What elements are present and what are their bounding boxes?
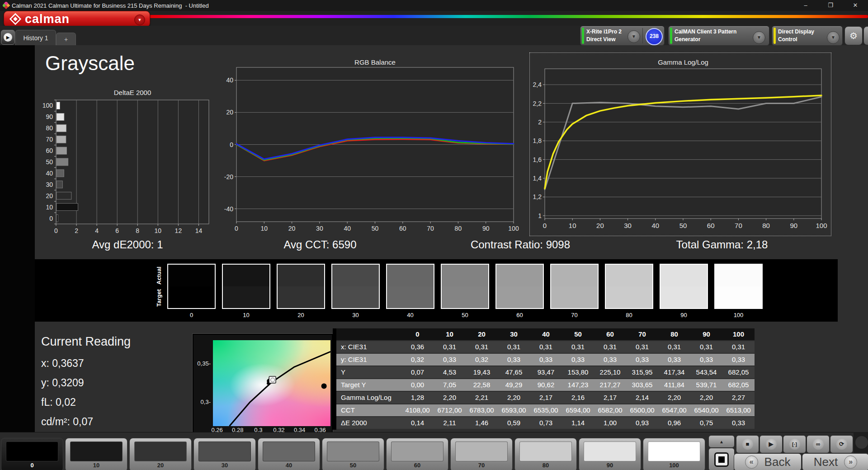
svg-text:90: 90 xyxy=(482,225,490,232)
table-cell: 0,31 xyxy=(498,341,530,353)
next-icon: » xyxy=(844,456,857,469)
svg-text:2,4: 2,4 xyxy=(533,81,542,88)
history-forward-button[interactable]: ▶ xyxy=(1,30,15,45)
display-control-dropdown-icon[interactable]: ▼ xyxy=(827,31,840,44)
add-tab-button[interactable]: + xyxy=(56,33,76,46)
table-cell: 543,54 xyxy=(690,366,722,378)
display-status-bar xyxy=(774,28,776,44)
rgb-balance-chart[interactable]: 40200-20-400102030405060708090100 xyxy=(208,66,524,237)
pattern-generator-name: CalMAN Client 3 Pattern Generator xyxy=(675,28,758,43)
tab-history-1[interactable]: History 1 xyxy=(15,30,56,46)
deltae-chart-title: DeltaE 2000 xyxy=(56,89,209,96)
svg-text:1,6: 1,6 xyxy=(533,156,542,163)
pattern-chip xyxy=(6,442,58,461)
pattern-generator-selector[interactable]: CalMAN Client 3 Pattern Generator ▼ xyxy=(668,26,769,46)
pattern-button-70[interactable]: 70 xyxy=(450,438,513,470)
svg-text:70: 70 xyxy=(427,225,434,232)
table-header-cell: 60 xyxy=(594,328,626,340)
table-row-label: x: CIE31 xyxy=(336,341,401,353)
pattern-button-30[interactable]: 30 xyxy=(193,438,256,470)
table-cell: 2,21 xyxy=(466,392,498,404)
grayscale-data-table: 0102030405060708090100x: CIE310,360,310,… xyxy=(333,328,758,430)
display-control-selector[interactable]: Direct Display Control ▼ xyxy=(772,26,843,46)
pattern-button-20[interactable]: 20 xyxy=(129,438,192,470)
table-cell: 682,05 xyxy=(722,366,755,378)
meter-line1: X-Rite i1Pro 2 xyxy=(586,28,622,36)
meter-line2: Direct View xyxy=(586,36,622,43)
back-button[interactable]: « Back xyxy=(734,453,802,470)
app-icon xyxy=(3,2,10,9)
table-cell: 0,31 xyxy=(626,341,658,353)
svg-text:30: 30 xyxy=(316,225,323,232)
restore-icon[interactable]: ❐ xyxy=(818,0,843,11)
table-cell: 315,95 xyxy=(626,366,658,378)
svg-text:2: 2 xyxy=(538,119,542,126)
svg-text:60: 60 xyxy=(707,222,715,229)
pattern-button-60[interactable]: 60 xyxy=(386,438,448,470)
svg-text:0: 0 xyxy=(49,215,53,222)
pattern-button-label: 80 xyxy=(515,462,576,469)
close-icon[interactable]: ✕ xyxy=(843,0,868,11)
gamma-chart: 11,21,41,61,822,22,401020304050607080901… xyxy=(529,52,830,235)
stop-button[interactable]: ■ xyxy=(736,435,759,453)
pattern-button-label: 0 xyxy=(1,462,63,469)
pattern-button-0[interactable]: 0 xyxy=(1,438,63,470)
svg-text:-40: -40 xyxy=(224,205,233,213)
minimize-button[interactable]: – xyxy=(793,0,818,11)
collapse-pattern-button[interactable]: ▲ xyxy=(708,435,735,448)
table-header-cell: 20 xyxy=(466,328,498,340)
settings-button[interactable]: ⚙ xyxy=(844,26,863,45)
window-title: Calman 2021 Calman Ultimate for Business… xyxy=(12,2,209,9)
cie-ytick: 0,35- xyxy=(194,360,211,367)
window-level-button[interactable] xyxy=(708,448,735,470)
collapse-panel-button[interactable]: ◀ xyxy=(863,26,868,45)
play-button[interactable]: ▶ xyxy=(760,435,783,453)
table-cell: 19,43 xyxy=(466,366,498,378)
calman-menu-button[interactable]: calman ▼ xyxy=(4,11,150,27)
pattern-button-50[interactable]: 50 xyxy=(322,438,384,470)
svg-text:90: 90 xyxy=(790,222,797,229)
table-cell: 0,14 xyxy=(401,417,434,429)
pattern-chip xyxy=(455,442,508,461)
cie-chart-panel[interactable]: 0,35-0,3-0,260,280,30,320,340,36 xyxy=(193,334,333,437)
pattern-button-label: 90 xyxy=(579,462,641,469)
stat-avg-de2000: Avg dE2000: 1 xyxy=(46,238,209,251)
svg-text:90: 90 xyxy=(46,113,53,120)
table-row-y: CIE31: y: CIE310,320,330,320,330,330,330,330,33… xyxy=(336,354,758,366)
pattern-button-80[interactable]: 80 xyxy=(514,438,577,470)
continuous-measure-button[interactable]: ∞ xyxy=(807,435,830,453)
pattern-button-90[interactable]: 90 xyxy=(579,438,641,470)
refresh-button[interactable]: ⟳ xyxy=(830,435,853,453)
meter-dropdown-icon[interactable]: ▼ xyxy=(627,30,640,43)
table-cell: 6582,00 xyxy=(594,404,626,416)
pattern-button-10[interactable]: 10 xyxy=(65,438,127,470)
table-cell: 2,27 xyxy=(722,392,755,404)
table-header-cell: 70 xyxy=(626,328,658,340)
svg-text:40: 40 xyxy=(651,222,659,229)
svg-text:80: 80 xyxy=(46,124,53,132)
svg-text:1,2: 1,2 xyxy=(533,193,542,200)
corner-knob[interactable] xyxy=(855,436,868,449)
grayscale-swatch-30 xyxy=(331,264,380,309)
table-cell: 0,31 xyxy=(722,341,755,353)
table-cell: 4108,00 xyxy=(401,404,434,416)
page-title: Grayscale xyxy=(45,52,135,75)
pattern-button-100[interactable]: 100 xyxy=(643,438,705,470)
pattern-generator-dropdown-icon[interactable]: ▼ xyxy=(753,31,765,44)
table-cell: 6500,00 xyxy=(626,404,658,416)
svg-text:100: 100 xyxy=(816,222,827,229)
table-cell: 49,29 xyxy=(498,379,530,391)
svg-text:70: 70 xyxy=(735,222,742,229)
meter-selector[interactable]: X-Rite i1Pro 2 Direct View ▼ 238 xyxy=(580,26,665,46)
table-cell: 539,71 xyxy=(690,379,722,391)
grayscale-swatch-20 xyxy=(277,264,325,309)
cie-plot xyxy=(213,340,330,426)
pattern-button-label: 40 xyxy=(258,462,320,469)
deltae-chart[interactable]: 024681012141009080706050403020100 xyxy=(42,98,222,234)
pattern-window-button[interactable]: [·] xyxy=(783,435,806,453)
calman-menu-dropdown-icon[interactable]: ▼ xyxy=(134,14,145,25)
pattern-button-40[interactable]: 40 xyxy=(258,438,320,470)
swatch-level-label: 60 xyxy=(495,312,545,318)
next-button[interactable]: Next » xyxy=(802,453,868,470)
swatch-level-label: 90 xyxy=(659,312,709,318)
